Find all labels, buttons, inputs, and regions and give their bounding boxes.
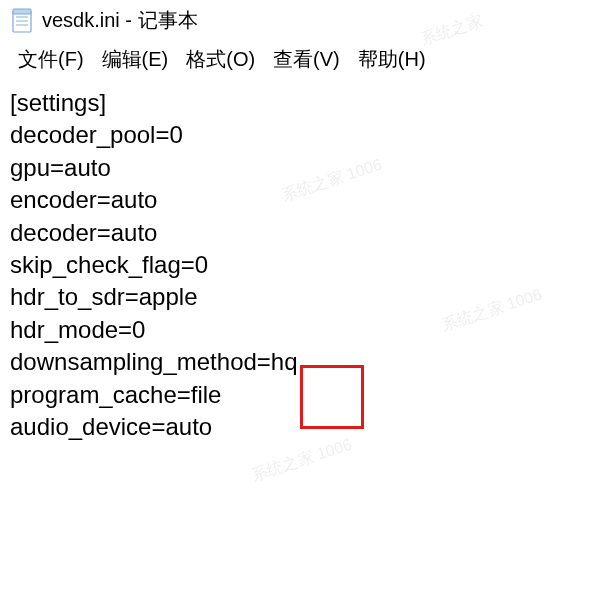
text-area[interactable]: [settings] decoder_pool=0 gpu=auto encod… — [0, 83, 597, 447]
menu-edit[interactable]: 编辑(E) — [94, 44, 179, 75]
menu-format[interactable]: 格式(O) — [178, 44, 265, 75]
text-line: hdr_to_sdr=apple — [10, 281, 587, 313]
window-title: vesdk.ini - 记事本 — [42, 7, 198, 34]
text-line: downsampling_method=hq — [10, 346, 587, 378]
text-line: skip_check_flag=0 — [10, 249, 587, 281]
menu-bar: 文件(F) 编辑(E) 格式(O) 查看(V) 帮助(H) — [0, 38, 597, 83]
text-line: audio_device=auto — [10, 411, 587, 443]
text-line: gpu=auto — [10, 152, 587, 184]
svg-rect-1 — [13, 9, 31, 14]
notepad-icon — [10, 6, 34, 34]
text-line: decoder_pool=0 — [10, 119, 587, 151]
title-bar: vesdk.ini - 记事本 — [0, 0, 597, 38]
text-line: decoder=auto — [10, 217, 587, 249]
text-line: encoder=auto — [10, 184, 587, 216]
menu-help[interactable]: 帮助(H) — [350, 44, 436, 75]
menu-view[interactable]: 查看(V) — [265, 44, 350, 75]
text-line: [settings] — [10, 87, 587, 119]
text-line: hdr_mode=0 — [10, 314, 587, 346]
menu-file[interactable]: 文件(F) — [10, 44, 94, 75]
text-line: program_cache=file — [10, 379, 587, 411]
